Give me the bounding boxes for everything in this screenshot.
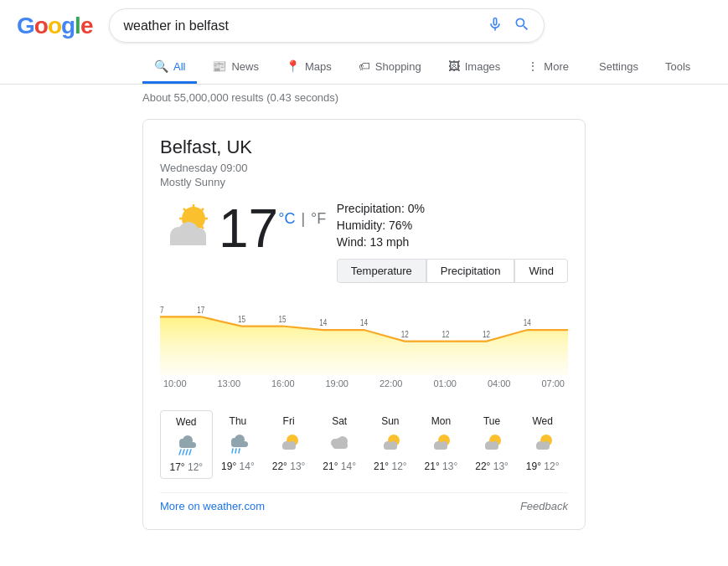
svg-text:17: 17	[197, 304, 204, 315]
feedback-link[interactable]: Feedback	[520, 500, 568, 512]
header: Google	[0, 0, 728, 51]
svg-text:12: 12	[441, 329, 449, 340]
svg-text:15: 15	[279, 314, 287, 325]
day-thu[interactable]: Thu 19° 14°	[213, 410, 264, 479]
svg-line-28	[186, 450, 188, 455]
svg-point-47	[390, 441, 397, 448]
svg-line-7	[201, 208, 204, 211]
svg-line-29	[189, 450, 191, 455]
card-footer: More on weather.com Feedback	[160, 492, 568, 512]
wind-info: Wind: 13 mph	[337, 235, 568, 249]
results-count: About 55,000,000 results (0.43 seconds)	[142, 91, 338, 104]
weather-right: Precipitation: 0% Humidity: 76% Wind: 13…	[337, 202, 568, 286]
svg-point-39	[289, 441, 296, 448]
weather-left: 17 °C | °F	[160, 202, 326, 255]
day-sun-icon	[369, 430, 413, 457]
tab-shopping[interactable]: 🏷 Shopping	[347, 51, 433, 84]
tab-temperature[interactable]: Temperature	[337, 259, 426, 283]
tab-wind[interactable]: Wind	[514, 259, 568, 283]
time-0700: 07:00	[541, 378, 565, 388]
images-tab-icon: 🖼	[448, 59, 460, 73]
weather-main: 17 °C | °F Precipitation: 0% Humidity: 7…	[160, 202, 568, 286]
weather-card: Belfast, UK Wednesday 09:00 Mostly Sunny	[142, 119, 586, 530]
chart-tabs: Temperature Precipitation Wind	[337, 259, 568, 283]
daily-forecast: Wed 17° 12° Thu	[160, 402, 568, 479]
tab-news[interactable]: 📰 News	[200, 51, 271, 84]
microphone-icon[interactable]	[487, 16, 503, 35]
svg-text:14: 14	[524, 317, 531, 328]
weather-icon-large	[160, 203, 210, 254]
day-sat-icon	[318, 430, 362, 457]
day-wed-1[interactable]: Wed 17° 12°	[160, 410, 213, 479]
tab-news-label: News	[231, 60, 259, 73]
day-sat[interactable]: Sat 21° 14°	[314, 410, 365, 479]
tab-precipitation[interactable]: Precipitation	[426, 259, 515, 283]
more-on-weather-link[interactable]: More on weather.com	[160, 500, 265, 512]
tab-shopping-label: Shopping	[375, 60, 421, 73]
temperature-chart: 17 17 15 15 14 14 12 12 12 14	[160, 300, 568, 375]
celsius-button[interactable]: °C	[278, 210, 295, 227]
svg-line-26	[179, 450, 181, 455]
tab-all[interactable]: 🔍 All	[142, 51, 197, 84]
svg-line-6	[201, 226, 204, 229]
weather-datetime: Wednesday 09:00	[160, 162, 568, 174]
tools-link[interactable]: Tools	[653, 52, 702, 84]
search-bar	[109, 8, 545, 43]
fahrenheit-button[interactable]: °F	[311, 210, 326, 227]
search-input[interactable]	[123, 18, 480, 33]
svg-text:14: 14	[319, 317, 327, 328]
humidity-info: Humidity: 76%	[337, 219, 568, 232]
tab-maps-label: Maps	[305, 60, 332, 73]
temperature-display: 17 °C | °F	[219, 202, 326, 255]
day-fri[interactable]: Fri 22° 13°	[263, 410, 314, 479]
tab-all-label: All	[173, 60, 185, 73]
all-tab-icon: 🔍	[154, 59, 168, 73]
tools-label: Tools	[665, 60, 690, 73]
svg-text:15: 15	[238, 314, 245, 325]
tab-more[interactable]: ⋮ More	[515, 51, 581, 84]
time-0100: 01:00	[433, 378, 457, 388]
settings-link[interactable]: Settings	[587, 52, 650, 84]
tab-more-label: More	[544, 60, 569, 73]
results-info: About 55,000,000 results (0.43 seconds)	[0, 85, 728, 111]
svg-point-32	[231, 438, 238, 445]
maps-tab-icon: 📍	[286, 59, 300, 73]
time-2200: 22:00	[379, 378, 403, 388]
temp-unit: °C | °F	[278, 210, 326, 228]
day-wed-2-icon	[520, 430, 565, 457]
svg-point-59	[543, 441, 550, 448]
day-tue[interactable]: Tue 22° 13°	[467, 410, 518, 479]
day-tue-icon	[470, 430, 514, 457]
svg-text:17: 17	[160, 304, 164, 315]
time-1000: 10:00	[163, 378, 187, 388]
news-tab-icon: 📰	[212, 59, 226, 73]
search-icon[interactable]	[514, 16, 530, 35]
google-logo[interactable]: Google	[17, 13, 92, 39]
tab-maps[interactable]: 📍 Maps	[274, 51, 343, 84]
day-fri-icon	[266, 430, 311, 457]
day-sun[interactable]: Sun 21° 12°	[365, 410, 416, 479]
precipitation-info: Precipitation: 0%	[337, 202, 568, 215]
tab-images[interactable]: 🖼 Images	[436, 51, 513, 84]
svg-text:12: 12	[401, 329, 409, 340]
day-thu-icon	[216, 430, 261, 457]
day-mon[interactable]: Mon 21° 13°	[416, 410, 467, 479]
svg-line-27	[183, 450, 184, 455]
svg-point-55	[492, 441, 498, 448]
day-wed-2[interactable]: Wed 19° 12°	[517, 410, 568, 479]
svg-rect-12	[170, 235, 206, 245]
temp-number: 17	[219, 202, 278, 255]
svg-line-34	[235, 449, 236, 453]
svg-line-33	[232, 449, 233, 453]
nav-tabs: 🔍 All 📰 News 📍 Maps 🏷 Shopping 🖼 Images …	[0, 51, 728, 85]
svg-line-35	[239, 449, 240, 453]
time-1900: 19:00	[325, 378, 349, 388]
svg-line-5	[183, 208, 186, 211]
more-tab-icon: ⋮	[527, 59, 539, 73]
time-labels: 10:00 13:00 16:00 19:00 22:00 01:00 04:0…	[160, 378, 568, 388]
time-0400: 04:00	[488, 378, 511, 388]
svg-text:14: 14	[360, 317, 368, 328]
svg-point-43	[338, 436, 348, 446]
time-1300: 13:00	[217, 378, 240, 388]
shopping-tab-icon: 🏷	[359, 59, 370, 73]
